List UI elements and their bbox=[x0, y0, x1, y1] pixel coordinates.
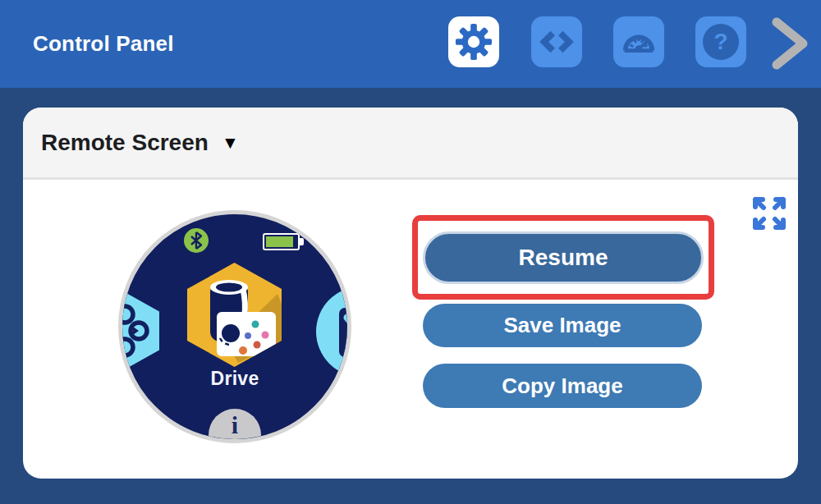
info-tab[interactable]: i bbox=[209, 409, 261, 443]
settings-gear-icon bbox=[455, 23, 493, 61]
bluetooth-icon bbox=[184, 228, 209, 253]
speedometer-button[interactable] bbox=[613, 16, 664, 67]
forward-chevron-icon bbox=[766, 61, 814, 75]
code-icon bbox=[538, 23, 576, 61]
top-bar: Control Panel bbox=[0, 0, 821, 88]
expand-arrows-icon bbox=[749, 222, 790, 236]
battery-icon bbox=[263, 233, 300, 250]
highlight-annotation: Resume bbox=[412, 215, 714, 300]
save-image-button[interactable]: Save Image bbox=[423, 304, 702, 347]
card-title: Remote Screen bbox=[41, 130, 209, 156]
forward-chevron-button[interactable] bbox=[766, 15, 814, 76]
copy-image-button[interactable]: Copy Image bbox=[423, 364, 702, 408]
collapse-caret-icon[interactable]: ▼ bbox=[222, 133, 239, 153]
control-panel-window: Control Panel bbox=[0, 0, 821, 504]
expand-button[interactable] bbox=[749, 193, 790, 234]
info-icon: i bbox=[232, 411, 238, 443]
drive-app-icon[interactable] bbox=[187, 263, 282, 367]
program-icon bbox=[316, 286, 351, 377]
remote-screen-preview[interactable]: Drive bbox=[118, 210, 351, 443]
resume-button[interactable]: Resume bbox=[423, 231, 704, 284]
page-title: Control Panel bbox=[33, 0, 174, 88]
help-question-glyph: ? bbox=[713, 30, 727, 53]
code-button[interactable] bbox=[531, 16, 582, 67]
card-header: Remote Screen ▼ bbox=[23, 108, 798, 180]
remote-screen-card: Remote Screen ▼ bbox=[23, 108, 798, 479]
speedometer-icon bbox=[620, 23, 658, 61]
drive-app-label: Drive bbox=[122, 368, 347, 390]
moves-hexagon-icon bbox=[118, 292, 159, 369]
settings-button[interactable] bbox=[448, 16, 499, 67]
help-icon: ? bbox=[703, 24, 739, 60]
help-button[interactable]: ? bbox=[695, 16, 746, 67]
